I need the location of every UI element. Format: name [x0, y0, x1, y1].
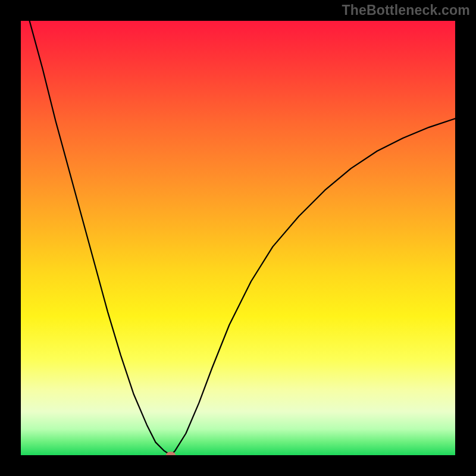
watermark-text: TheBottleneck.com: [342, 2, 470, 18]
plot-area: [21, 21, 455, 455]
chart-frame: TheBottleneck.com: [0, 0, 476, 476]
optimal-point-marker: [166, 452, 176, 455]
bottleneck-curve: [21, 21, 455, 455]
